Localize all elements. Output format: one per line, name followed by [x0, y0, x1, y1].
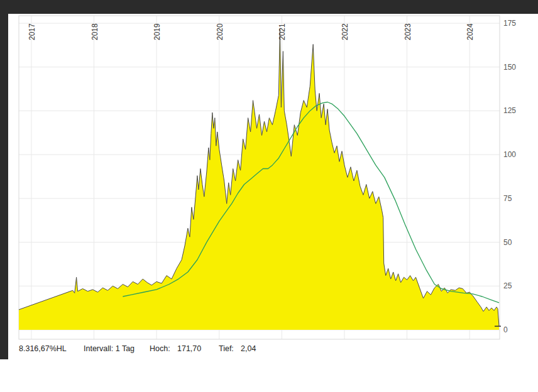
y-axis-value-labels: 0255075100125150175 — [503, 19, 516, 334]
price-area-series — [19, 29, 499, 330]
low-label: Tief: — [219, 344, 234, 353]
svg-text:2024: 2024 — [466, 23, 475, 40]
svg-text:2023: 2023 — [404, 23, 412, 40]
high-label: Hoch: — [150, 344, 170, 353]
svg-text:125: 125 — [503, 106, 516, 115]
svg-text:2021: 2021 — [278, 23, 287, 40]
change-percent-label: 8.316,67%HL — [19, 344, 67, 353]
interval-label: Intervall: 1 Tag — [84, 344, 134, 353]
chart-window: 23.07.2024 - Kurs: 2,04 2017201820192020… — [0, 0, 538, 392]
svg-text:2018: 2018 — [91, 23, 99, 40]
high-value: 171,70 — [177, 344, 201, 353]
svg-text:50: 50 — [503, 238, 512, 247]
svg-text:175: 175 — [503, 19, 516, 28]
x-axis-year-labels: 20172018201920202021202220232024 — [28, 23, 475, 40]
price-chart[interactable]: 20172018201920202021202220232024 0255075… — [0, 0, 538, 392]
svg-text:2019: 2019 — [153, 23, 162, 40]
status-bar: 8.316,67%HL Intervall: 1 Tag Hoch: 171,7… — [0, 344, 538, 356]
svg-text:150: 150 — [503, 63, 516, 72]
svg-text:2017: 2017 — [28, 23, 36, 40]
svg-text:2020: 2020 — [216, 23, 224, 40]
svg-text:75: 75 — [503, 194, 512, 203]
low-value: 2,04 — [241, 344, 256, 353]
svg-text:0: 0 — [503, 325, 508, 334]
svg-text:100: 100 — [503, 150, 516, 159]
svg-text:25: 25 — [503, 281, 512, 290]
svg-text:2022: 2022 — [341, 23, 349, 40]
